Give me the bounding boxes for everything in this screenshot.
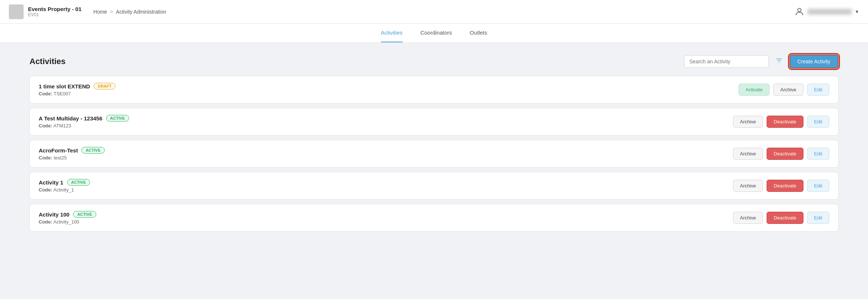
activity-title-row: Activity 100 ACTIVE (39, 211, 733, 218)
tab-coordinators[interactable]: Coordinators (420, 24, 452, 42)
activity-code: Code: Activity_100 (39, 219, 733, 225)
property-info: Events Property - 01 EV01 (28, 6, 81, 17)
archive-button[interactable]: Archive (773, 84, 803, 96)
activity-name: A Test Multiday - 123456 (39, 115, 103, 122)
create-activity-button[interactable]: Create Activity (789, 54, 839, 68)
archive-button[interactable]: Archive (733, 180, 763, 192)
search-wrapper (684, 55, 769, 68)
activity-card: Activity 100 ACTIVE Code: Activity_100 A… (29, 204, 839, 232)
archive-button[interactable]: Archive (733, 212, 763, 224)
activity-info: 1 time slot EXTEND DRAFT Code: TSE007 (39, 83, 739, 96)
activity-card: A Test Multiday - 123456 ACTIVE Code: AT… (29, 108, 839, 136)
filter-icon (775, 57, 783, 64)
activity-info: A Test Multiday - 123456 ACTIVE Code: AT… (39, 115, 733, 129)
activity-info: Activity 100 ACTIVE Code: Activity_100 (39, 211, 733, 225)
activity-badge: ACTIVE (106, 115, 129, 122)
deactivate-button[interactable]: Deactivate (767, 148, 803, 160)
breadcrumb-current: Activity Administration (116, 9, 166, 15)
filter-button[interactable] (773, 55, 785, 68)
breadcrumb: Home > Activity Administration (93, 9, 166, 15)
edit-button[interactable]: Edit (807, 212, 829, 224)
archive-button[interactable]: Archive (733, 116, 763, 128)
action-buttons: ArchiveDeactivateEdit (733, 212, 829, 224)
activity-info: Activity 1 ACTIVE Code: Activity_1 (39, 179, 733, 193)
activity-code: Code: test25 (39, 155, 733, 161)
archive-button[interactable]: Archive (733, 148, 763, 160)
property-code: EV01 (28, 12, 81, 17)
header-left: Events Property - 01 EV01 (9, 4, 81, 19)
activity-code: Code: TSE007 (39, 91, 739, 96)
action-buttons: ArchiveDeactivateEdit (733, 148, 829, 160)
activate-button[interactable]: Activate (739, 84, 770, 96)
header-right: ▼ (794, 7, 859, 17)
activity-list: 1 time slot EXTEND DRAFT Code: TSE007 Ac… (29, 76, 839, 232)
edit-button[interactable]: Edit (807, 148, 829, 160)
main-content: Activities Create Activity 1 time slot E… (0, 43, 868, 243)
tab-activities[interactable]: Activities (381, 24, 403, 42)
activity-name: 1 time slot EXTEND (39, 83, 90, 89)
tab-outlets[interactable]: Outlets (470, 24, 487, 42)
activity-name: Activity 100 (39, 211, 69, 218)
activity-title-row: A Test Multiday - 123456 ACTIVE (39, 115, 733, 122)
deactivate-button[interactable]: Deactivate (767, 180, 803, 192)
edit-button[interactable]: Edit (807, 116, 829, 128)
action-buttons: ActivateArchiveEdit (739, 84, 829, 96)
svg-point-0 (798, 8, 801, 11)
deactivate-button[interactable]: Deactivate (767, 116, 803, 128)
header: Events Property - 01 EV01 Home > Activit… (0, 0, 868, 24)
edit-button[interactable]: Edit (807, 180, 829, 192)
activity-code: Code: ATM123 (39, 123, 733, 129)
breadcrumb-home[interactable]: Home (93, 9, 107, 15)
activity-badge: DRAFT (94, 83, 115, 89)
activity-title-row: 1 time slot EXTEND DRAFT (39, 83, 739, 89)
deactivate-button[interactable]: Deactivate (767, 212, 803, 224)
avatar (9, 4, 24, 19)
edit-button[interactable]: Edit (807, 84, 829, 96)
page-title: Activities (29, 57, 66, 66)
activity-card: AcroForm-Test ACTIVE Code: test25 Archiv… (29, 140, 839, 168)
property-name: Events Property - 01 (28, 6, 81, 12)
activity-badge: ACTIVE (73, 211, 96, 218)
search-input[interactable] (684, 55, 769, 68)
chevron-down-icon[interactable]: ▼ (855, 9, 859, 14)
toolbar: Activities Create Activity (29, 54, 839, 68)
activity-title-row: AcroForm-Test ACTIVE (39, 147, 733, 154)
activity-card: 1 time slot EXTEND DRAFT Code: TSE007 Ac… (29, 76, 839, 103)
activity-info: AcroForm-Test ACTIVE Code: test25 (39, 147, 733, 161)
breadcrumb-separator: > (110, 9, 113, 15)
activity-badge: ACTIVE (67, 179, 90, 186)
action-buttons: ArchiveDeactivateEdit (733, 116, 829, 128)
nav-tabs: Activities Coordinators Outlets (0, 24, 868, 43)
action-buttons: ArchiveDeactivateEdit (733, 180, 829, 192)
activity-code: Code: Activity_1 (39, 187, 733, 193)
activity-card: Activity 1 ACTIVE Code: Activity_1 Archi… (29, 172, 839, 200)
user-icon (794, 7, 805, 17)
activity-badge: ACTIVE (81, 147, 104, 154)
user-name (808, 9, 852, 15)
activity-title-row: Activity 1 ACTIVE (39, 179, 733, 186)
activity-name: Activity 1 (39, 179, 63, 186)
activity-name: AcroForm-Test (39, 147, 78, 154)
